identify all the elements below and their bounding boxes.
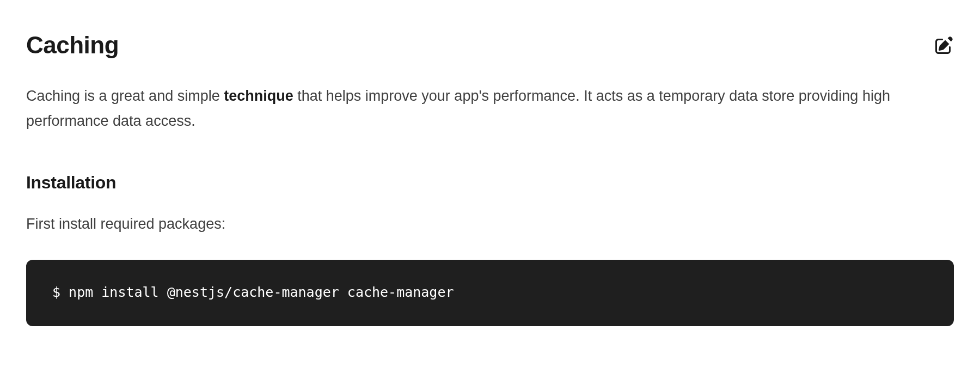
page-title: Caching [26, 26, 119, 64]
edit-icon [935, 36, 953, 54]
code-block: $ npm install @nestjs/cache-manager cach… [26, 260, 954, 326]
edit-button[interactable] [934, 35, 954, 55]
intro-paragraph: Caching is a great and simple technique … [26, 84, 954, 134]
section-text: First install required packages: [26, 212, 954, 237]
section-heading-installation: Installation [26, 169, 954, 197]
intro-text-before: Caching is a great and simple [26, 88, 224, 104]
code-content: $ npm install @nestjs/cache-manager cach… [52, 284, 454, 300]
intro-text-bold: technique [224, 88, 293, 104]
page-header: Caching [26, 26, 954, 64]
